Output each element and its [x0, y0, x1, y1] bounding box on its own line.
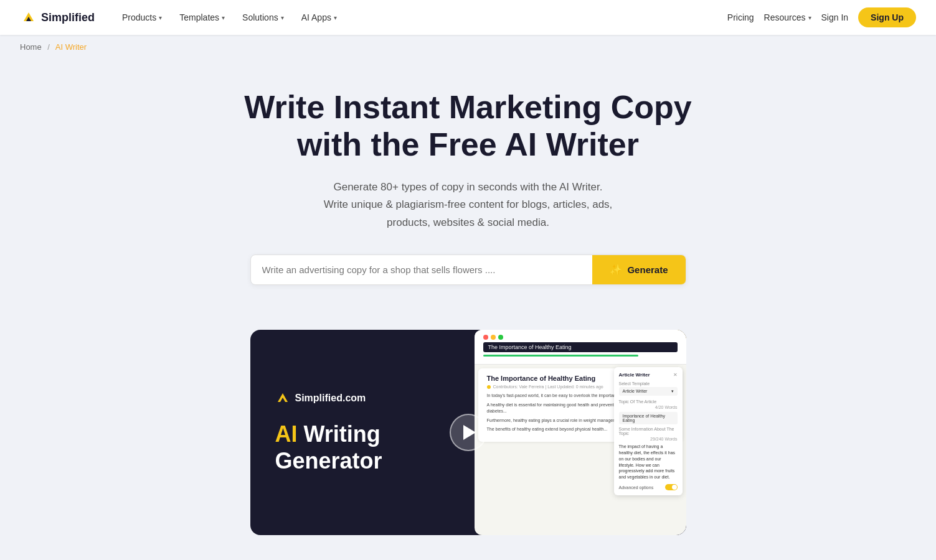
nav-ai-apps[interactable]: AI Apps ▾	[294, 7, 344, 27]
signin-button[interactable]: Sign In	[821, 12, 849, 22]
play-button[interactable]	[450, 414, 487, 451]
topic-label: Topic Of The Article	[619, 399, 678, 404]
template-label: Select Template	[619, 381, 678, 386]
hero-title: Write Instant Marketing Copy with the Fr…	[208, 89, 729, 164]
article-writer-sidebar: Article Writer ✕ Select Template Article…	[614, 367, 683, 495]
maximize-dot	[498, 335, 503, 340]
close-dot	[483, 335, 488, 340]
window-controls	[483, 335, 678, 340]
generate-button[interactable]: ✨ Generate	[592, 255, 685, 284]
sidebar-header: Article Writer ✕	[619, 372, 678, 378]
products-chevron-icon: ▾	[159, 14, 162, 21]
template-chevron-icon: ▾	[671, 389, 674, 394]
topic-word-count: 4/20 Words	[619, 405, 678, 409]
breadcrumb-current: AI Writer	[55, 42, 87, 52]
breadcrumb: Home / AI Writer	[0, 35, 936, 59]
hero-subtitle: Generate 80+ types of copy in seconds wi…	[208, 179, 729, 233]
video-logo-icon	[275, 391, 290, 406]
search-input[interactable]	[251, 256, 593, 284]
video-tagline: AI WritingGenerator	[275, 421, 450, 474]
nav-products[interactable]: Products ▾	[115, 7, 169, 27]
info-label: Some Information About The Topic	[619, 427, 678, 436]
logo-link[interactable]: Simplified	[20, 9, 95, 26]
advanced-toggle[interactable]	[665, 484, 678, 490]
sidebar-title: Article Writer	[619, 372, 650, 378]
ai-apps-chevron-icon: ▾	[334, 14, 337, 21]
minimize-dot	[491, 335, 496, 340]
navbar: Simplified Products ▾ Templates ▾ Soluti…	[0, 0, 936, 35]
search-bar: ✨ Generate	[250, 254, 686, 285]
simplified-logo-icon	[20, 9, 37, 26]
meta-dot-icon	[487, 385, 491, 389]
video-right-panel: The Importance of Healthy Eating The Imp…	[475, 330, 686, 535]
close-sidebar-icon[interactable]: ✕	[673, 372, 678, 378]
topic-input[interactable]: Importance of Healthy Eating	[619, 412, 678, 424]
progress-bar	[483, 355, 639, 357]
resources-chevron-icon: ▾	[808, 14, 811, 21]
ai-highlight-text: AI	[275, 421, 298, 447]
info-word-count: 29/240 Words	[619, 437, 678, 441]
templates-chevron-icon: ▾	[222, 14, 225, 21]
pricing-link[interactable]: Pricing	[727, 12, 754, 22]
template-select[interactable]: Article Writer ▾	[619, 387, 678, 396]
breadcrumb-home-link[interactable]: Home	[20, 42, 42, 52]
navbar-right: Pricing Resources ▾ Sign In Sign Up	[727, 7, 916, 27]
video-logo-text: Simplified.com	[295, 393, 366, 404]
article-header: The Importance of Healthy Eating	[475, 330, 686, 365]
primary-nav: Products ▾ Templates ▾ Solutions ▾ AI Ap…	[115, 7, 727, 27]
hero-section: Write Instant Marketing Copy with the Fr…	[188, 59, 749, 310]
article-title-bar: The Importance of Healthy Eating	[483, 342, 678, 352]
signup-button[interactable]: Sign Up	[858, 7, 916, 27]
video-section: Simplified.com AI WritingGenerator The	[0, 310, 936, 535]
video-card: Simplified.com AI WritingGenerator The	[250, 330, 686, 535]
video-left-panel: Simplified.com AI WritingGenerator	[250, 371, 475, 494]
impact-text: The impact of having a healthy diet, the…	[619, 444, 678, 480]
brand-name: Simplified	[41, 11, 95, 24]
resources-link[interactable]: Resources ▾	[764, 12, 811, 22]
nav-solutions[interactable]: Solutions ▾	[235, 7, 291, 27]
solutions-chevron-icon: ▾	[281, 14, 284, 21]
advanced-options-label: Advanced options	[619, 485, 654, 490]
toggle-knob	[672, 485, 677, 490]
advanced-options-row: Advanced options	[619, 484, 678, 490]
nav-templates[interactable]: Templates ▾	[172, 7, 232, 27]
breadcrumb-separator: /	[47, 42, 50, 52]
video-logo: Simplified.com	[275, 391, 450, 406]
generate-icon: ✨	[610, 264, 622, 276]
play-triangle-icon	[463, 425, 476, 440]
